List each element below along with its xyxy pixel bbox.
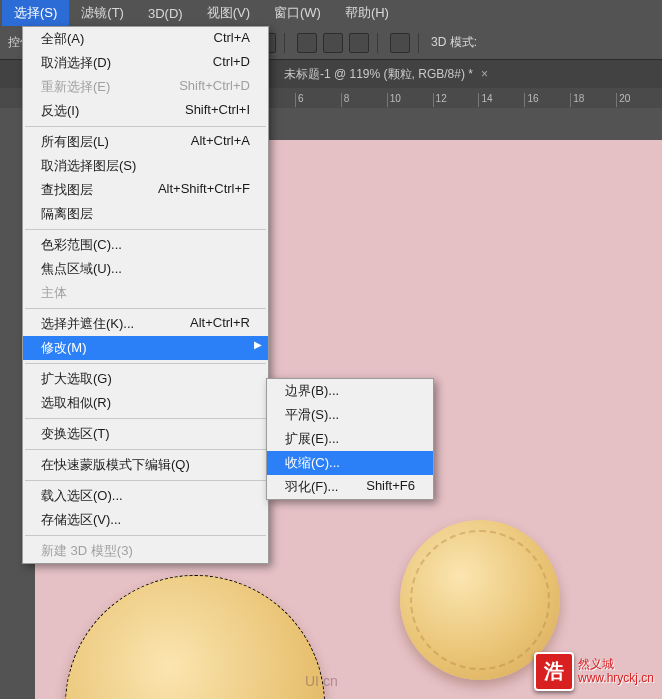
menu-row-label: 重新选择(E) [41, 78, 110, 96]
menu-row[interactable]: 存储选区(V)... [23, 508, 268, 532]
site-watermark: 浩 然义城 www.hryckj.cn [534, 652, 654, 691]
menu-row-label: 色彩范围(C)... [41, 236, 122, 254]
menu-separator [25, 229, 266, 230]
menu-row-shortcut: Shift+Ctrl+D [179, 78, 250, 96]
menu-row-shortcut: Alt+Ctrl+R [190, 315, 250, 333]
menu-row[interactable]: 色彩范围(C)... [23, 233, 268, 257]
menu-separator [25, 449, 266, 450]
menu-item[interactable]: 视图(V) [195, 0, 262, 26]
menu-item[interactable]: 选择(S) [2, 0, 69, 26]
ruler-tick: 20 [616, 93, 662, 107]
tool-group [297, 33, 378, 53]
menu-bar: 选择(S)滤镜(T)3D(D)视图(V)窗口(W)帮助(H) [0, 0, 662, 26]
menu-row[interactable]: 焦点区域(U)... [23, 257, 268, 281]
menu-row-label: 存储选区(V)... [41, 511, 121, 529]
submenu-row-label: 羽化(F)... [285, 478, 338, 496]
menu-row[interactable]: 修改(M)▶ [23, 336, 268, 360]
menu-row-label: 新建 3D 模型(3) [41, 542, 133, 560]
menu-separator [25, 126, 266, 127]
menu-row-label: 在快速蒙版模式下编辑(Q) [41, 456, 190, 474]
menu-row[interactable]: 隔离图层 [23, 202, 268, 226]
menu-row-label: 修改(M) [41, 339, 87, 357]
tool-group [390, 33, 419, 53]
menu-row-shortcut: Alt+Shift+Ctrl+F [158, 181, 250, 199]
submenu-row[interactable]: 扩展(E)... [267, 427, 433, 451]
cookie-shape-large [65, 575, 325, 699]
menu-row-label: 扩大选取(G) [41, 370, 112, 388]
menu-row[interactable]: 全部(A)Ctrl+A [23, 27, 268, 51]
submenu-row-label: 扩展(E)... [285, 430, 339, 448]
ruler-tick: 18 [570, 93, 616, 107]
menu-row: 新建 3D 模型(3) [23, 539, 268, 563]
ruler-tick: 6 [295, 93, 341, 107]
submenu-row-shortcut: Shift+F6 [366, 478, 415, 496]
menu-row-shortcut: Shift+Ctrl+I [185, 102, 250, 120]
submenu-row[interactable]: 收缩(C)... [267, 451, 433, 475]
submenu-row[interactable]: 边界(B)... [267, 379, 433, 403]
canvas-watermark: UI cn [305, 673, 338, 689]
menu-separator [25, 363, 266, 364]
menu-separator [25, 308, 266, 309]
menu-row-label: 变换选区(T) [41, 425, 110, 443]
ruler-tick: 12 [433, 93, 479, 107]
menu-row: 主体 [23, 281, 268, 305]
tool-icon[interactable] [390, 33, 410, 53]
menu-row-shortcut: Alt+Ctrl+A [191, 133, 250, 151]
tool-icon[interactable] [297, 33, 317, 53]
menu-item[interactable]: 窗口(W) [262, 0, 333, 26]
ruler-tick: 14 [478, 93, 524, 107]
menu-row[interactable]: 所有图层(L)Alt+Ctrl+A [23, 130, 268, 154]
menu-row-label: 主体 [41, 284, 67, 302]
menu-row[interactable]: 反选(I)Shift+Ctrl+I [23, 99, 268, 123]
menu-row-shortcut: Ctrl+D [213, 54, 250, 72]
submenu-row[interactable]: 羽化(F)...Shift+F6 [267, 475, 433, 499]
menu-row: 重新选择(E)Shift+Ctrl+D [23, 75, 268, 99]
select-menu-dropdown: 全部(A)Ctrl+A取消选择(D)Ctrl+D重新选择(E)Shift+Ctr… [22, 26, 269, 564]
document-tab[interactable]: 未标题-1 @ 119% (颗粒, RGB/8#) * × [270, 60, 502, 89]
submenu-row-label: 收缩(C)... [285, 454, 340, 472]
menu-item[interactable]: 帮助(H) [333, 0, 401, 26]
menu-separator [25, 480, 266, 481]
submenu-row[interactable]: 平滑(S)... [267, 403, 433, 427]
menu-row-label: 查找图层 [41, 181, 93, 199]
watermark-badge: 浩 [534, 652, 574, 691]
menu-row-label: 焦点区域(U)... [41, 260, 122, 278]
menu-row[interactable]: 取消选择(D)Ctrl+D [23, 51, 268, 75]
modify-submenu: 边界(B)...平滑(S)...扩展(E)...收缩(C)...羽化(F)...… [266, 378, 434, 500]
menu-row[interactable]: 取消选择图层(S) [23, 154, 268, 178]
menu-row-label: 全部(A) [41, 30, 84, 48]
menu-row-shortcut: Ctrl+A [214, 30, 250, 48]
menu-row-label: 反选(I) [41, 102, 79, 120]
watermark-text: 然义城 www.hryckj.cn [578, 658, 654, 684]
menu-row[interactable]: 选择并遮住(K)...Alt+Ctrl+R [23, 312, 268, 336]
menu-row-label: 隔离图层 [41, 205, 93, 223]
menu-row[interactable]: 载入选区(O)... [23, 484, 268, 508]
menu-separator [25, 418, 266, 419]
tool-icon[interactable] [349, 33, 369, 53]
submenu-row-label: 平滑(S)... [285, 406, 339, 424]
menu-separator [25, 535, 266, 536]
ruler-tick: 16 [524, 93, 570, 107]
tab-title: 未标题-1 @ 119% (颗粒, RGB/8#) * [284, 66, 473, 83]
menu-row-label: 选择并遮住(K)... [41, 315, 134, 333]
ruler-tick: 8 [341, 93, 387, 107]
menu-item[interactable]: 滤镜(T) [69, 0, 136, 26]
submenu-row-label: 边界(B)... [285, 382, 339, 400]
close-icon[interactable]: × [481, 67, 488, 81]
menu-row[interactable]: 查找图层Alt+Shift+Ctrl+F [23, 178, 268, 202]
menu-row[interactable]: 在快速蒙版模式下编辑(Q) [23, 453, 268, 477]
menu-row[interactable]: 扩大选取(G) [23, 367, 268, 391]
tool-icon[interactable] [323, 33, 343, 53]
menu-row[interactable]: 变换选区(T) [23, 422, 268, 446]
menu-row-label: 选取相似(R) [41, 394, 111, 412]
submenu-arrow-icon: ▶ [254, 339, 262, 350]
menu-row-label: 取消选择(D) [41, 54, 111, 72]
menu-item[interactable]: 3D(D) [136, 2, 195, 25]
menu-row-label: 所有图层(L) [41, 133, 109, 151]
ruler-tick: 10 [387, 93, 433, 107]
menu-row[interactable]: 选取相似(R) [23, 391, 268, 415]
menu-row-label: 取消选择图层(S) [41, 157, 136, 175]
mode-label: 3D 模式: [431, 34, 477, 51]
menu-row-label: 载入选区(O)... [41, 487, 123, 505]
